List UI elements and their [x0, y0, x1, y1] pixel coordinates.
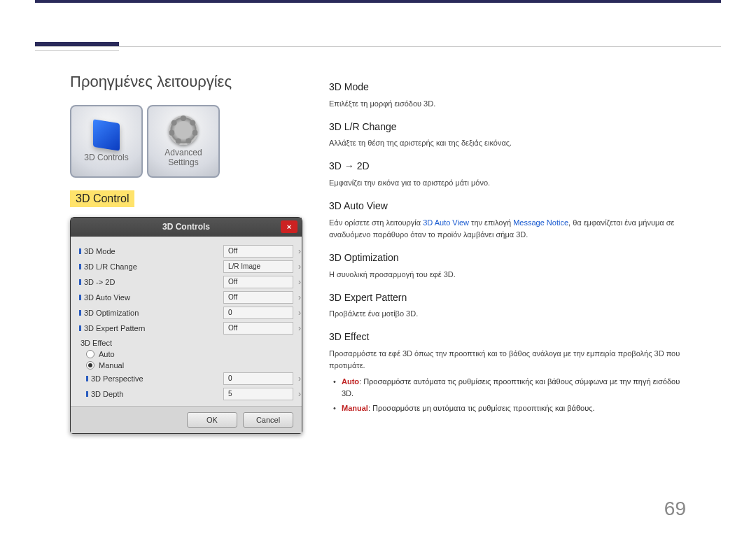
bullet-icon: [79, 325, 81, 331]
row-value[interactable]: 0: [223, 307, 293, 319]
section-subheading: 3D Control: [70, 190, 134, 207]
panel-titlebar: 3D Controls ×: [71, 218, 302, 237]
row-3d-mode[interactable]: 3D Mode Off: [79, 244, 293, 259]
row-value[interactable]: L/R Image: [223, 260, 293, 273]
panel-body: 3D Mode Off 3D L/R Change L/R Image 3D -…: [71, 237, 302, 406]
desc-3d-effect: Προσαρμόστε τα εφέ 3D όπως την προοπτική…: [329, 348, 686, 372]
term-message-notice: Message Notice: [513, 218, 568, 227]
tile-3d-controls[interactable]: 3D Controls: [70, 105, 143, 178]
heading-3d-to-2d: 3D → 2D: [329, 159, 686, 174]
row-3d-lr-change[interactable]: 3D L/R Change L/R Image: [79, 259, 293, 274]
text-fragment: : Προσαρμόστε αυτόματα τις ρυθμίσεις προ…: [342, 377, 680, 398]
bullet-icon: [79, 248, 81, 254]
bullet-icon: [79, 295, 81, 300]
tile-advanced-settings[interactable]: Advanced Settings: [147, 105, 220, 178]
desc-3d-auto-view: Εάν ορίσετε στη λειτουργία 3D Auto View …: [329, 217, 686, 241]
heading-3d-mode: 3D Mode: [329, 80, 686, 95]
row-value[interactable]: 5: [223, 388, 293, 400]
radio-auto[interactable]: Auto: [79, 349, 293, 360]
list-item: Auto: Προσαρμόστε αυτόματα τις ρυθμίσεις…: [329, 376, 686, 400]
text-fragment: : Προσαρμόστε μη αυτόματα τις ρυθμίσεις …: [368, 404, 595, 412]
row-label: 3D Optimization: [84, 309, 139, 317]
bullet-icon: [79, 279, 81, 285]
row-3d-to-2d[interactable]: 3D -> 2D Off: [79, 274, 293, 290]
row-3d-auto-view[interactable]: 3D Auto View Off: [79, 290, 293, 305]
close-icon[interactable]: ×: [281, 220, 298, 233]
effect-list: Auto: Προσαρμόστε αυτόματα τις ρυθμίσεις…: [329, 376, 686, 414]
cancel-button[interactable]: Cancel: [243, 412, 293, 428]
row-3d-optimization[interactable]: 3D Optimization 0: [79, 305, 293, 321]
row-label: 3D Depth: [91, 390, 123, 398]
row-value[interactable]: Off: [223, 276, 293, 288]
gear-icon: [169, 115, 198, 145]
row-label: 3D Mode: [84, 247, 115, 255]
cube-icon: [93, 119, 120, 151]
radio-icon: [86, 350, 94, 358]
row-3d-perspective[interactable]: 3D Perspective 0: [79, 371, 293, 386]
desc-3d-optimization: Η συνολική προσαρμογή του εφέ 3D.: [329, 269, 686, 281]
page-number: 69: [664, 498, 686, 520]
heading-3d-effect: 3D Effect: [329, 330, 686, 345]
row-value[interactable]: 0: [223, 372, 293, 385]
row-label: 3D -> 2D: [84, 278, 115, 286]
document-page: Προηγμένες λειτουργίες 3D Controls Advan…: [35, 0, 721, 534]
radio-icon: [86, 361, 94, 370]
term-3d-auto-view: 3D Auto View: [423, 218, 469, 227]
row-value[interactable]: Off: [223, 291, 293, 304]
ok-button[interactable]: OK: [187, 412, 237, 428]
term-auto: Auto: [342, 377, 359, 386]
desc-3d-mode: Επιλέξτε τη μορφή εισόδου 3D.: [329, 98, 686, 110]
bullet-icon: [86, 376, 88, 381]
heading-3d-lr-change: 3D L/R Change: [329, 120, 686, 135]
bullet-icon: [86, 391, 88, 397]
row-label: 3D Auto View: [84, 293, 130, 302]
desc-3d-to-2d: Εμφανίζει την εικόνα για το αριστερό μάτ…: [329, 177, 686, 189]
heading-3d-optimization: 3D Optimization: [329, 251, 686, 266]
row-3d-depth[interactable]: 3D Depth 5: [79, 386, 293, 402]
radio-manual[interactable]: Manual: [79, 360, 293, 371]
icon-tile-row: 3D Controls Advanced Settings: [70, 105, 301, 178]
list-item: Manual: Προσαρμόστε μη αυτόματα τις ρυθμ…: [329, 402, 686, 414]
row-3d-expert-pattern[interactable]: 3D Expert Pattern Off: [79, 321, 293, 336]
effect-section-label: 3D Effect: [79, 336, 293, 349]
tile-label: 3D Controls: [84, 153, 128, 162]
row-label: 3D L/R Change: [84, 262, 137, 271]
3d-controls-panel: 3D Controls × 3D Mode Off 3D L/R Change …: [70, 217, 302, 434]
text-fragment: Εάν ορίσετε στη λειτουργία: [329, 218, 423, 227]
row-label: 3D Perspective: [91, 374, 144, 383]
desc-3d-expert-pattern: Προβάλετε ένα μοτίβο 3D.: [329, 308, 686, 320]
heading-3d-expert-pattern: 3D Expert Pattern: [329, 290, 686, 306]
radio-label: Auto: [99, 350, 115, 358]
desc-3d-lr-change: Αλλάξτε τη θέση της αριστερής και της δε…: [329, 137, 686, 149]
heading-3d-auto-view: 3D Auto View: [329, 199, 686, 214]
left-column: Προηγμένες λειτουργίες 3D Controls Advan…: [70, 45, 301, 513]
row-value[interactable]: Off: [223, 245, 293, 258]
row-value[interactable]: Off: [223, 322, 293, 335]
panel-footer: OK Cancel: [71, 406, 302, 433]
page-title: Προηγμένες λειτουργίες: [70, 73, 301, 91]
panel-title: 3D Controls: [162, 222, 210, 232]
text-fragment: την επιλογή: [469, 218, 513, 227]
term-manual: Manual: [342, 404, 368, 412]
bullet-icon: [79, 310, 81, 316]
tile-label: Advanced Settings: [148, 148, 218, 167]
row-label: 3D Expert Pattern: [84, 324, 145, 332]
radio-label: Manual: [99, 361, 124, 370]
bullet-icon: [79, 264, 81, 269]
right-column: 3D Mode Επιλέξτε τη μορφή εισόδου 3D. 3D…: [329, 45, 686, 513]
